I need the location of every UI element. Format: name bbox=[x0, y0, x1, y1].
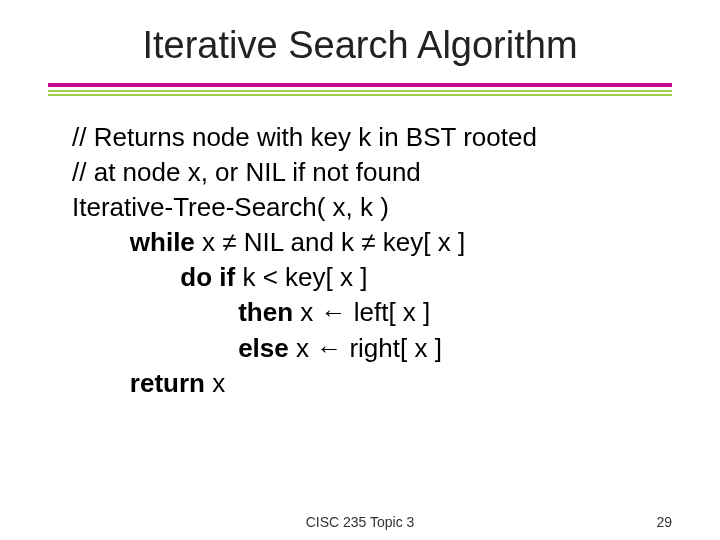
code-comment-1: // Returns node with key k in BST rooted bbox=[72, 120, 672, 155]
code-else-body: x ← right[ x ] bbox=[289, 333, 442, 363]
code-comment-2: // at node x, or NIL if not found bbox=[72, 155, 672, 190]
divider-magenta bbox=[48, 83, 672, 87]
code-return: return x bbox=[72, 366, 672, 401]
code-then-body: x ← left[ x ] bbox=[293, 297, 430, 327]
code-while: while x ≠ NIL and k ≠ key[ x ] bbox=[72, 225, 672, 260]
title-divider bbox=[48, 83, 672, 96]
code-signature: Iterative-Tree-Search( x, k ) bbox=[72, 190, 672, 225]
kw-doif: do if bbox=[180, 262, 235, 292]
code-if-cond: k < key[ x ] bbox=[235, 262, 367, 292]
kw-return: return bbox=[130, 368, 205, 398]
code-doif: do if k < key[ x ] bbox=[72, 260, 672, 295]
kw-then: then bbox=[238, 297, 293, 327]
footer-course: CISC 235 Topic 3 bbox=[306, 514, 415, 530]
slide: Iterative Search Algorithm // Returns no… bbox=[0, 0, 720, 540]
code-block: // Returns node with key k in BST rooted… bbox=[48, 120, 672, 401]
footer-page-number: 29 bbox=[656, 514, 672, 530]
code-else: else x ← right[ x ] bbox=[72, 331, 672, 366]
divider-green-2 bbox=[48, 94, 672, 96]
code-then: then x ← left[ x ] bbox=[72, 295, 672, 330]
kw-while: while bbox=[130, 227, 195, 257]
code-return-var: x bbox=[205, 368, 225, 398]
kw-else: else bbox=[238, 333, 289, 363]
slide-title: Iterative Search Algorithm bbox=[48, 24, 672, 67]
code-while-cond: x ≠ NIL and k ≠ key[ x ] bbox=[195, 227, 465, 257]
divider-green-1 bbox=[48, 90, 672, 92]
